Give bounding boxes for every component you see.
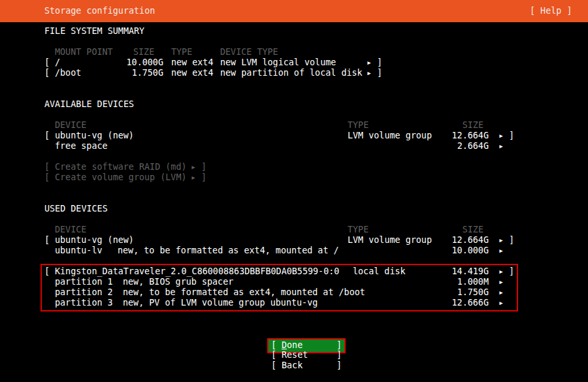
- expand-arrow-icon: ▸: [498, 287, 504, 298]
- device-cell: ubuntu-lv: [55, 246, 103, 256]
- expand-arrow-icon: ▸: [498, 266, 504, 277]
- col-header-size: SIZE: [133, 47, 154, 57]
- size-cell: 2.664G: [431, 141, 489, 151]
- col-header-type: TYPE: [171, 47, 192, 57]
- page-title: Storage configuration: [44, 0, 155, 22]
- open-bracket: [: [44, 162, 50, 172]
- size-cell: 1.750G: [431, 287, 489, 298]
- close-bracket: ]: [377, 68, 382, 78]
- size-cell: 1.750G: [118, 68, 163, 78]
- back-button-label: Back: [282, 360, 302, 371]
- open-bracket: [: [271, 360, 276, 371]
- open-bracket: [: [44, 57, 50, 68]
- type-cell: new ext4: [171, 57, 214, 68]
- size-cell: 14.419G: [431, 266, 489, 277]
- expand-arrow-icon: ▸: [498, 277, 504, 287]
- open-bracket: [: [44, 131, 50, 141]
- close-bracket: ]: [201, 162, 206, 172]
- col-header-device: DEVICE: [55, 225, 86, 235]
- size-cell: 12.666G: [431, 298, 489, 308]
- type-cell: new ext4: [171, 68, 214, 78]
- action-label: Create volume group (LVM): [55, 172, 187, 183]
- description-cell: new, to be formatted as ext4, mounted at…: [118, 246, 339, 256]
- device-cell: free space: [55, 141, 108, 151]
- open-bracket: [: [271, 350, 276, 360]
- help-button[interactable]: [ Help ]: [530, 0, 572, 22]
- device-cell: ubuntu-vg (new): [55, 131, 134, 141]
- description-cell: new, to be formatted as ext4, mounted at…: [123, 287, 365, 298]
- close-bracket: ]: [509, 235, 514, 246]
- size-cell: 12.664G: [431, 235, 489, 246]
- device-cell: Kingston_DataTraveler_2.0_C860008863DBBF…: [55, 266, 339, 277]
- col-header-device-type: DEVICE TYPE: [220, 47, 278, 57]
- open-bracket: [: [44, 68, 50, 78]
- close-bracket: ]: [509, 266, 514, 277]
- expand-arrow-icon: ▸: [498, 141, 504, 151]
- expand-arrow-icon: ▸: [367, 68, 372, 78]
- expand-arrow-icon: ▸: [498, 298, 504, 308]
- size-cell: 1.000M: [431, 277, 489, 287]
- description-cell: new, BIOS grub spacer: [123, 277, 233, 287]
- col-header-type: TYPE: [348, 120, 368, 131]
- device-type-cell: new partition of local disk: [220, 68, 363, 78]
- size-cell: 10.000G: [431, 246, 489, 256]
- close-bracket: ]: [336, 360, 342, 371]
- reset-button-label: Reset: [282, 350, 308, 360]
- close-bracket: ]: [336, 350, 342, 360]
- expand-arrow-icon: ▸: [498, 131, 504, 141]
- col-header-mount-point: MOUNT POINT: [55, 47, 113, 57]
- close-bracket: ]: [509, 131, 514, 141]
- partition-name-cell: partition 1: [55, 277, 113, 287]
- type-cell: LVM volume group: [348, 235, 432, 246]
- available-devices-heading: AVAILABLE DEVICES: [44, 99, 134, 110]
- used-devices-heading: USED DEVICES: [44, 204, 108, 214]
- open-bracket: [: [44, 266, 50, 277]
- col-header-type: TYPE: [348, 225, 368, 235]
- expand-arrow-icon: ▸: [498, 235, 504, 246]
- mount-point-cell: /boot: [55, 68, 81, 78]
- open-bracket: [: [271, 340, 276, 351]
- done-button-label: Done: [282, 340, 302, 351]
- device-type-cell: new LVM logical volume: [220, 57, 336, 68]
- partition-name-cell: partition 2: [55, 287, 113, 298]
- topbar: Storage configuration [ Help ]: [0, 0, 588, 22]
- storage-configuration-screen: Storage configuration [ Help ] FILE SYST…: [0, 0, 588, 382]
- open-bracket: [: [44, 172, 50, 183]
- device-cell: ubuntu-vg (new): [55, 235, 134, 246]
- open-bracket: [: [44, 235, 50, 246]
- col-header-size: SIZE: [431, 225, 483, 235]
- partition-name-cell: partition 3: [55, 298, 113, 308]
- expand-arrow-icon: ▸: [367, 57, 372, 68]
- type-cell: LVM volume group: [348, 131, 432, 141]
- action-label: Create software RAID (md): [55, 162, 187, 172]
- size-cell: 10.000G: [118, 57, 163, 68]
- close-bracket: ]: [377, 57, 382, 68]
- close-bracket: ]: [336, 340, 342, 351]
- expand-arrow-icon: ▸: [191, 172, 196, 183]
- expand-arrow-icon: ▸: [498, 246, 504, 256]
- size-cell: 12.664G: [431, 131, 489, 141]
- mount-point-cell: /: [55, 57, 60, 68]
- description-cell: new, PV of LVM volume group ubuntu-vg: [123, 298, 318, 308]
- type-cell: local disk: [353, 266, 406, 277]
- col-header-size: SIZE: [431, 120, 483, 131]
- close-bracket: ]: [201, 172, 206, 183]
- fs-summary-heading: FILE SYSTEM SUMMARY: [44, 26, 144, 37]
- col-header-device: DEVICE: [55, 120, 86, 131]
- expand-arrow-icon: ▸: [191, 162, 196, 172]
